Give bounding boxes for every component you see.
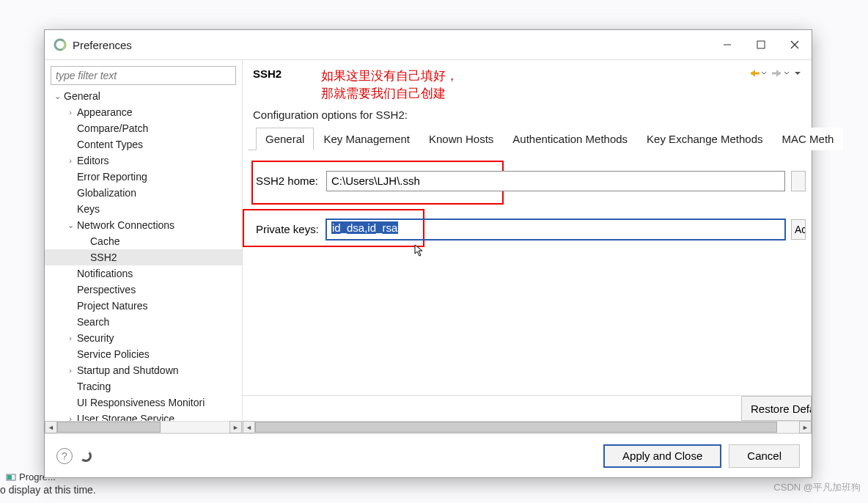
chevron-down-icon [784, 70, 790, 76]
display-text: o display at this time. [0, 484, 96, 496]
right-pane: SSH2 如果这里没有自己填好， 那就需要我们自己创建 [243, 60, 812, 433]
tree-item-label: Service Policies [77, 348, 150, 360]
tab[interactable]: Authentication Methods [503, 128, 637, 150]
tree-item-label: Globalization [77, 187, 136, 199]
tree-item-label: Tracing [77, 381, 111, 392]
expand-open-icon: ⌄ [52, 92, 62, 101]
expand-closed-icon: › [65, 334, 76, 342]
minimize-button[interactable] [710, 33, 744, 56]
tree-item[interactable]: Error Reporting [45, 169, 242, 185]
right-hscrollbar[interactable]: ◄► [243, 421, 812, 433]
ssh2-home-input[interactable] [326, 171, 785, 191]
help-icon[interactable]: ? [56, 448, 73, 464]
preferences-tree[interactable]: ⌄General›AppearanceCompare/PatchContent … [45, 88, 242, 421]
expand-closed-icon: › [65, 366, 76, 375]
tree-item[interactable]: SSH2 [45, 249, 242, 265]
expand-closed-icon: › [65, 108, 76, 117]
tree-item-label: Notifications [77, 268, 133, 279]
filter-input[interactable] [51, 66, 236, 85]
nav-back-button[interactable] [749, 68, 767, 78]
titlebar: Preferences [45, 30, 812, 59]
tab[interactable]: Key Exchange Methods [637, 128, 772, 150]
tree-item-label: SSH2 [90, 252, 117, 263]
watermark: CSDN @平凡加班狗 [773, 481, 861, 494]
tab[interactable]: MAC Meth [773, 128, 844, 150]
tab[interactable]: Key Management [314, 128, 419, 150]
dialog-footer: ? Apply and Close Cancel [45, 433, 812, 477]
tree-item[interactable]: Notifications [45, 265, 242, 282]
tree-item[interactable]: ›User Storage Service [45, 411, 242, 421]
cancel-button[interactable]: Cancel [729, 444, 800, 468]
tree-item[interactable]: ⌄General [45, 88, 242, 104]
expand-open-icon: ⌄ [65, 221, 76, 230]
tab[interactable]: General [256, 128, 314, 150]
menu-icon[interactable] [794, 67, 801, 79]
tree-item[interactable]: UI Responsiveness Monitori [45, 394, 242, 411]
tree-item[interactable]: Service Policies [45, 346, 242, 362]
private-keys-label: Private keys: [256, 223, 326, 235]
tabs: GeneralKey ManagementKnown HostsAuthenti… [249, 127, 806, 150]
tree-item[interactable]: ›Security [45, 330, 242, 346]
nav-forward-button[interactable] [771, 68, 790, 78]
svg-rect-5 [757, 41, 765, 48]
eclipse-icon [54, 38, 67, 51]
left-pane: ⌄General›AppearanceCompare/PatchContent … [45, 60, 243, 433]
tree-item[interactable]: Cache [45, 233, 242, 249]
ssh2-home-label: SSH2 home: [256, 175, 326, 187]
tree-item-label: Cache [90, 235, 119, 247]
annotation-text: 如果这里没有自己填好， 那就需要我们自己创建 [321, 67, 458, 103]
browse-button[interactable] [791, 171, 806, 191]
restore-defaults-button[interactable]: Restore Defau [741, 396, 812, 421]
svg-rect-1 [7, 475, 12, 480]
nav-icons [749, 67, 801, 79]
private-keys-input[interactable]: id_dsa,id_rsa [326, 219, 785, 240]
tree-item-label: Editors [77, 155, 109, 166]
tree-item[interactable]: Perspectives [45, 282, 242, 298]
tree-item[interactable]: ›Appearance [45, 104, 242, 120]
tree-item[interactable]: Globalization [45, 185, 242, 201]
expand-closed-icon: › [65, 156, 76, 165]
tree-item-label: Search [77, 316, 109, 328]
left-hscrollbar[interactable]: ◄► [45, 421, 242, 433]
tab-body: SSH2 home: Private keys: id_dsa,id_rsa A… [243, 150, 812, 395]
add-private-key-button[interactable]: Ac [791, 219, 806, 240]
tree-item-label: Error Reporting [77, 171, 147, 183]
cursor-icon [414, 244, 424, 257]
tree-item-label: Appearance [77, 106, 133, 118]
tree-item-label: Startup and Shutdown [77, 364, 179, 376]
tree-item-label: General [64, 90, 100, 102]
apply-and-close-button[interactable]: Apply and Close [603, 444, 721, 468]
tree-item-label: Compare/Patch [77, 122, 148, 134]
tree-item[interactable]: ›Startup and Shutdown [45, 362, 242, 378]
tree-item-label: Project Natures [77, 300, 147, 312]
tab[interactable]: Known Hosts [419, 128, 503, 150]
tree-item[interactable]: Tracing [45, 378, 242, 394]
tree-item-label: Security [77, 332, 114, 344]
tree-item-label: UI Responsiveness Monitori [77, 397, 205, 408]
tree-item-label: Content Types [77, 139, 143, 150]
tree-item[interactable]: Content Types [45, 136, 242, 153]
expand-closed-icon: › [65, 414, 76, 421]
dialog-title: Preferences [73, 39, 710, 51]
tree-item[interactable]: Keys [45, 201, 242, 217]
tree-item[interactable]: Search [45, 314, 242, 330]
tree-item-label: Network Connections [77, 219, 174, 231]
close-button[interactable] [778, 33, 812, 56]
page-title: SSH2 [253, 67, 282, 80]
tree-item-label: User Storage Service [77, 413, 174, 421]
tree-item[interactable]: Compare/Patch [45, 120, 242, 136]
chevron-down-icon [761, 70, 767, 76]
tree-item-label: Perspectives [77, 284, 136, 295]
tree-item[interactable]: Project Natures [45, 298, 242, 314]
import-export-icon[interactable] [80, 450, 92, 462]
preferences-dialog: Preferences ⌄General›AppearanceCompare/P… [44, 29, 812, 478]
page-description: Configuration options for SSH2: [243, 109, 812, 127]
tree-item-label: Keys [77, 203, 100, 215]
tree-item[interactable]: ⌄Network Connections [45, 217, 242, 233]
maximize-button[interactable] [744, 33, 778, 56]
tree-item[interactable]: ›Editors [45, 153, 242, 169]
